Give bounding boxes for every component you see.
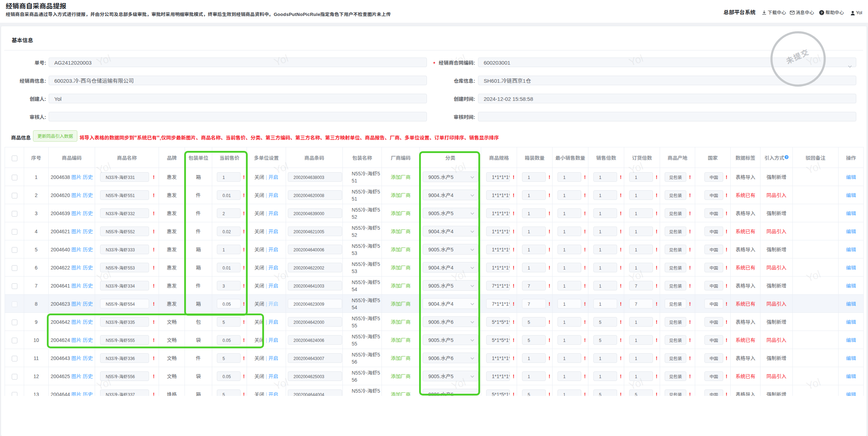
svg-text:?: ? bbox=[821, 11, 823, 15]
